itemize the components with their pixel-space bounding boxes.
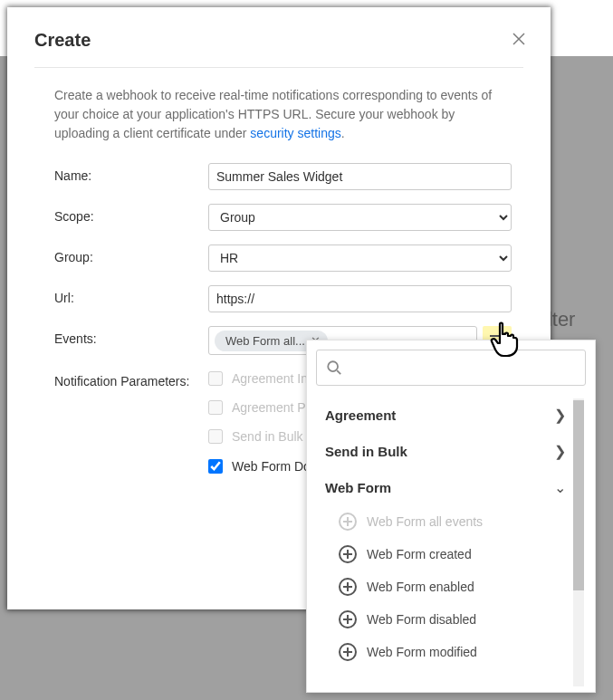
dropdown-scrollbar[interactable] (573, 398, 584, 686)
chevron-right-icon: ❯ (554, 443, 566, 460)
scrollbar-thumb[interactable] (573, 400, 584, 590)
np-checkbox-sendinbulk (208, 429, 223, 444)
plus-circle-icon (338, 609, 358, 629)
dd-item-webform-disabled[interactable]: Web Form disabled (316, 603, 570, 636)
chevron-down-icon: ⌄ (554, 479, 566, 496)
dd-category-label: Web Form (325, 480, 391, 495)
modal-description: Create a webhook to receive real-time no… (34, 86, 523, 143)
scope-label: Scope: (54, 204, 208, 224)
svg-line-6 (337, 370, 340, 374)
dd-category-webform[interactable]: Web Form ⌄ (316, 469, 570, 505)
name-input[interactable] (208, 163, 512, 190)
event-chip-label: Web Form all... (225, 334, 305, 348)
np-checkbox-agreement-pa (208, 400, 223, 415)
dd-item-webform-enabled[interactable]: Web Form enabled (316, 571, 570, 603)
np-checkbox-webform[interactable] (208, 459, 223, 474)
dd-item-label: Web Form disabled (367, 612, 476, 627)
dd-item-label: Web Form enabled (367, 580, 474, 594)
notification-parameters-label: Notification Parameters: (54, 369, 208, 388)
close-icon[interactable] (512, 33, 525, 45)
dd-category-label: Send in Bulk (325, 444, 407, 459)
plus-circle-icon (338, 642, 358, 662)
plus-circle-icon (338, 577, 358, 597)
dropdown-search-input[interactable] (350, 360, 576, 375)
search-icon (326, 360, 342, 376)
dd-category-label: Agreement (325, 408, 396, 423)
group-select[interactable]: HR (208, 245, 512, 272)
scope-select[interactable]: Group (208, 204, 512, 231)
caret-down-icon: ▼ (502, 331, 509, 339)
dd-item-webform-modified[interactable]: Web Form modified (316, 636, 570, 668)
svg-point-5 (328, 361, 338, 371)
events-label: Events: (54, 326, 208, 346)
np-label: Agreement In (232, 370, 308, 387)
name-label: Name: (54, 163, 208, 183)
plus-circle-icon (338, 512, 358, 532)
dd-category-sendinbulk[interactable]: Send in Bulk ❯ (316, 433, 570, 469)
dd-item-label: Web Form modified (367, 645, 477, 659)
events-dropdown: Agreement ❯ Send in Bulk ❯ Web Form ⌄ (306, 340, 596, 693)
url-label: Url: (54, 285, 208, 305)
dd-item-label: Web Form all events (367, 514, 483, 529)
dd-item-label: Web Form created (367, 547, 472, 561)
security-settings-link[interactable]: security settings (250, 126, 340, 140)
chevron-right-icon: ❯ (554, 407, 566, 424)
modal-title: Create (34, 30, 523, 51)
np-checkbox-agreement-info (208, 371, 223, 386)
dd-category-agreement[interactable]: Agreement ❯ (316, 397, 570, 433)
dd-item-webform-all: Web Form all events (316, 505, 570, 538)
dropdown-search[interactable] (316, 350, 586, 386)
dd-item-webform-created[interactable]: Web Form created (316, 538, 570, 571)
np-label: Send in Bulk In (232, 428, 317, 445)
url-input[interactable] (208, 285, 512, 312)
group-label: Group: (54, 245, 208, 264)
plus-circle-icon (338, 544, 358, 564)
